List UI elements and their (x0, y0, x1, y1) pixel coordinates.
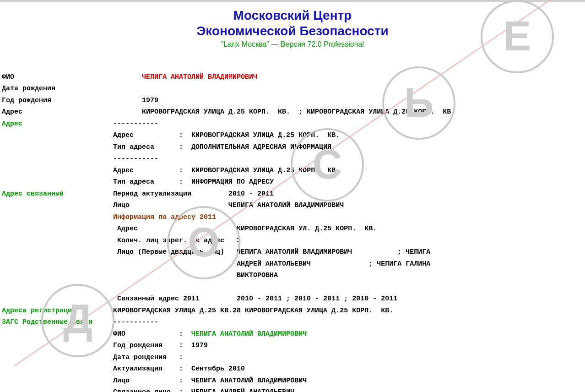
value-pers20-l1: ЧЕПИГА АНАТОЛИЙ ВЛАДИМИРОВИЧ ; ЧЕПИГА (237, 248, 430, 256)
value-yob: 1979 (142, 97, 158, 104)
document-header: Московский Центр Экономической Безопасно… (0, 2, 585, 49)
value-zags-fio[interactable]: ЧЕПИГА АНАТОЛИЙ ВЛАДИМИРОВИЧ (191, 330, 307, 338)
sublabel-linked-addr: Связанный адрес 2011 (117, 295, 200, 303)
sublabel-regcount: Колич. лиц зарег. на адрес (117, 237, 224, 245)
sublabel-pers20: Лицо (Первые двадцать лиц) (117, 248, 224, 256)
separator: ----------- (113, 318, 158, 326)
label-fio: ФИО (2, 71, 14, 83)
value-zags-related: ЧЕПИГА АНДРЕЙ АНАТОЛЬЕВИЧ (191, 388, 294, 392)
value-addr-inline: КИРОВОГРАДСКАЯ УЛИЦА Д.25 КОРП. КВ. ; КИ… (142, 108, 455, 116)
value-pers20-l2: АНДРЕЙ АНАТОЛЬЕВИЧ ; ЧЕПИГА ГАЛИНА (237, 260, 430, 268)
sublabel-addr2: Адрес (113, 167, 134, 174)
value-linked-addr: 2010 - 2011 ; 2010 - 2011 ; 2010 - 2011 (237, 295, 397, 303)
sublabel-zags-dob: Дата рождения (113, 354, 167, 361)
sublabel-zags-related: Связанное лицо (113, 388, 171, 392)
sublabel-person: Лицо (113, 201, 130, 209)
label-addr: Адрес (2, 106, 22, 118)
sublabel-zags-actual: Актуализация (113, 365, 162, 373)
sublabel-zags-yob: Год рождения (113, 342, 162, 349)
sublabel-addr: Адрес (113, 131, 134, 139)
software-version: "Larix Москва" — Версия 72.0 Professiona… (0, 40, 585, 49)
label-reg-addresses[interactable]: Адреса регистрации (2, 307, 76, 315)
org-title-line1: Московский Центр (0, 8, 585, 23)
label-yob: Год рождения (2, 95, 51, 107)
value-addr-block1: КИРОВОГРАДСКАЯ УЛИЦА Д.25 КОРП. КВ. (191, 131, 340, 139)
label-dob: Дата рождения (2, 83, 55, 95)
sublabel-type: Тип адреса (113, 143, 154, 151)
value-addr-type1: ДОПОЛНИТЕЛЬНАЯ АДРЕСНАЯ ИНФОРМАЦИЯ (191, 143, 331, 151)
sublabel-zags-fio: ФИО (113, 330, 125, 338)
sublabel-period: Период актуализации (113, 190, 191, 198)
label-related-addr[interactable]: Адрес связанный (2, 190, 64, 198)
value-info-addr: КИРОВОГРАДСКАЯ УЛ. Д.25 КОРП. КВ. (237, 225, 377, 233)
label-zags[interactable]: ЗАГС Родственные связи (2, 318, 92, 326)
value-pers20-l3: ВИКТОРОВНА (237, 272, 278, 279)
value-zags-person: ЧЕПИГА АНАТОЛИЙ ВЛАДИМИРОВИЧ (191, 377, 307, 385)
value-person: ЧЕПИГА АНАТОЛИЙ ВЛАДИМИРОВИЧ (228, 201, 344, 209)
org-title-line2: Экономической Безопасности (0, 23, 585, 39)
value-addr-type2: ИНФОРМАЦИЯ ПО АДРЕСУ (191, 178, 274, 186)
value-fio: ЧЕПИГА АНАТОЛИЙ ВЛАДИМИРОВИЧ (142, 73, 257, 81)
sublabel-type2: Тип адреса (113, 178, 154, 186)
separator: ----------- (113, 155, 158, 163)
value-addr-block2: КИРОВОГРАДСКАЯ УЛИЦА Д.25 КОРП. КВ. (191, 167, 340, 174)
value-reg-addresses: КИРОВОГРАДСКАЯ УЛИЦА Д.25 КВ.28 КИРОВОГР… (113, 307, 393, 315)
value-zags-yob: 1979 (191, 342, 208, 349)
sublabel-addr3: Адрес (117, 225, 138, 233)
heading-info-by-addr: Информация по адресу 2011 (113, 213, 216, 221)
separator: ----------- (113, 120, 158, 128)
value-period: 2010 - 2011 (228, 190, 274, 198)
value-regcount: 3 (237, 237, 241, 245)
record-body: ФИО ЧЕПИГА АНАТОЛИЙ ВЛАДИМИРОВИЧ Дата ро… (0, 60, 585, 392)
sublabel-zags-person: Лицо (113, 377, 130, 385)
value-zags-actual: Сентябрь 2010 (191, 365, 245, 373)
label-addr-section[interactable]: Адрес (2, 120, 22, 128)
